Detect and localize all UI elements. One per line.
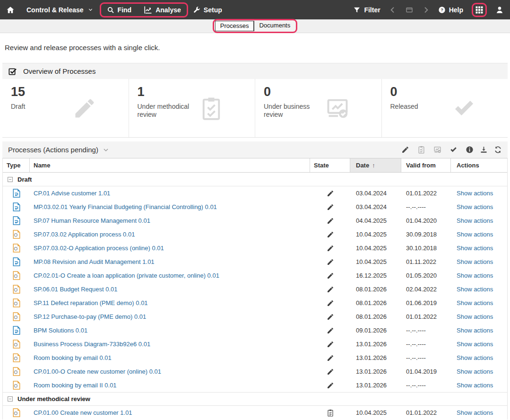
epc-diagram-icon[interactable] [12, 340, 21, 349]
column-header-actions[interactable]: Actions [451, 158, 507, 172]
bpmn-diagram-icon[interactable] [12, 257, 21, 266]
epc-diagram-icon[interactable] [12, 312, 21, 321]
user-profile-button[interactable] [495, 6, 504, 14]
epc-diagram-icon[interactable] [12, 367, 21, 376]
edit-pencil-icon[interactable] [401, 146, 409, 154]
valid-from-cell: 01.04.2020 [401, 217, 451, 224]
epc-diagram-icon[interactable] [12, 408, 21, 417]
valid-from-cell: 30.10.2018 [401, 245, 451, 252]
column-header-type[interactable]: Type [3, 158, 30, 172]
collapse-minus-icon[interactable] [7, 176, 13, 183]
actions-cell: Show actions [451, 313, 507, 320]
show-actions-link[interactable]: Show actions [457, 368, 493, 375]
name-cell: SP.07.03.02 Application process 0.01 [30, 231, 310, 238]
epc-diagram-icon[interactable] [12, 298, 21, 307]
filter-button[interactable]: Filter [353, 6, 380, 14]
bpmn-diagram-icon[interactable] [12, 189, 21, 198]
process-name-link[interactable]: Business Process Diagram-733b92e6 0.01 [34, 341, 150, 348]
tab-processes[interactable]: Processes [215, 21, 254, 31]
show-actions-link[interactable]: Show actions [457, 190, 493, 197]
process-name-link[interactable]: MP.08 Revision and Audit Management 1.01 [34, 258, 155, 265]
show-actions-link[interactable]: Show actions [457, 299, 493, 306]
show-actions-link[interactable]: Show actions [457, 327, 493, 334]
epc-diagram-icon[interactable] [12, 244, 21, 253]
sort-ascending-icon: ↑ [372, 162, 375, 169]
card-under-business-review[interactable]: 0 Under business review [255, 79, 382, 137]
process-name-link[interactable]: MP.03.02.01 Yearly Financial Budgeting (… [34, 203, 217, 210]
epc-diagram-icon[interactable] [12, 285, 21, 294]
process-name-link[interactable]: SP.07 Human Resource Management 0.01 [34, 217, 150, 224]
methodical-review-icon[interactable] [417, 146, 425, 154]
table-row: BPM Solutions 0.0109.01.2026--.--.----Sh… [3, 324, 507, 337]
name-cell: CP.01.00 Create new customer 1.01 [30, 409, 310, 416]
epc-diagram-icon[interactable] [12, 230, 21, 239]
card-draft[interactable]: 15 Draft [2, 79, 129, 137]
find-button[interactable]: Find [107, 6, 132, 14]
valid-from-cell: --.--.---- [401, 203, 451, 210]
process-name-link[interactable]: SP.11 Defect reparation (PME demo) 0.01 [34, 299, 148, 306]
collapse-minus-icon[interactable] [7, 396, 13, 402]
tab-documents[interactable]: Documents [254, 21, 295, 31]
table-toolbar [401, 146, 502, 154]
show-actions-link[interactable]: Show actions [457, 258, 493, 265]
process-name-link[interactable]: SP.12 Purchase-to-pay (PME demo) 0.01 [34, 313, 146, 320]
setup-button[interactable]: Setup [193, 6, 222, 14]
navigate-forward-button[interactable] [422, 6, 430, 14]
refresh-icon[interactable] [494, 146, 502, 154]
download-icon[interactable] [480, 146, 488, 154]
show-actions-link[interactable]: Show actions [457, 203, 493, 210]
epc-diagram-icon[interactable] [12, 353, 21, 362]
bpmn-diagram-icon[interactable] [12, 326, 21, 335]
card-released[interactable]: 0 Released [382, 79, 508, 137]
epc-diagram-icon[interactable] [12, 381, 21, 390]
info-icon[interactable] [466, 146, 474, 154]
show-actions-link[interactable]: Show actions [457, 286, 493, 293]
epc-diagram-icon[interactable] [12, 271, 21, 280]
column-header-name[interactable]: Name [30, 158, 310, 172]
show-actions-link[interactable]: Show actions [457, 409, 493, 416]
date-cell: 10.04.2025 [350, 245, 401, 252]
actions-cell: Show actions [451, 190, 507, 197]
process-name-link[interactable]: Room booking by email II 0.01 [34, 382, 117, 389]
process-name-link[interactable]: Room booking by email 0.01 [34, 354, 112, 361]
release-check-icon[interactable] [449, 146, 458, 154]
column-header-valid-from[interactable]: Valid from [401, 158, 451, 172]
column-header-date[interactable]: Date ↑ [350, 158, 401, 172]
process-name-link[interactable]: BPM Solutions 0.01 [34, 327, 87, 334]
control-release-menu[interactable]: Control & Release [26, 6, 93, 14]
show-actions-link[interactable]: Show actions [457, 313, 493, 320]
diagram-window-button[interactable] [405, 6, 414, 14]
valid-from-cell: 02.04.2022 [401, 286, 451, 293]
process-name-link[interactable]: SP.07.03.02 Application process 0.01 [34, 231, 135, 238]
valid-from-cell: 01.01.2022 [401, 313, 451, 320]
card-under-methodical-review[interactable]: 1 Under methodical review [129, 79, 256, 137]
apps-grid-button[interactable] [475, 6, 484, 14]
process-name-link[interactable]: SP.06.01 Budget Request 0.01 [34, 286, 118, 293]
card-label: Under methodical review [138, 103, 193, 119]
business-review-icon[interactable] [433, 146, 441, 154]
navigate-back-button[interactable] [389, 6, 397, 14]
bpmn-diagram-icon[interactable] [12, 202, 21, 211]
process-name-link[interactable]: CP.01 Advise customer 1.01 [34, 190, 110, 197]
show-actions-link[interactable]: Show actions [457, 382, 493, 389]
show-actions-link[interactable]: Show actions [457, 272, 493, 279]
date-cell: 10.04.2025 [350, 258, 401, 265]
process-name-link[interactable]: CP.01.00-O Create new customer (online) … [34, 368, 161, 375]
process-name-link[interactable]: CP.01.00 Create new customer 1.01 [34, 409, 132, 416]
show-actions-link[interactable]: Show actions [457, 231, 493, 238]
show-actions-link[interactable]: Show actions [457, 217, 493, 224]
show-actions-link[interactable]: Show actions [457, 341, 493, 348]
group-row[interactable]: Draft [3, 173, 507, 186]
help-button[interactable]: ? Help [438, 6, 463, 14]
process-name-link[interactable]: CP.02.01-O Create a loan application (pr… [34, 272, 219, 279]
show-actions-link[interactable]: Show actions [457, 245, 493, 252]
home-button[interactable] [6, 6, 15, 14]
bpmn-diagram-icon[interactable] [12, 216, 21, 225]
column-header-state[interactable]: State [310, 158, 350, 172]
show-actions-link[interactable]: Show actions [457, 354, 493, 361]
process-table-title[interactable]: Processes (Actions pending) [8, 146, 98, 154]
process-name-link[interactable]: SP.07.03.02-O Application process (onlin… [34, 245, 164, 252]
chevron-down-icon[interactable] [103, 147, 109, 153]
analyse-button[interactable]: Analyse [144, 6, 181, 14]
group-row[interactable]: Under methodical review [3, 392, 507, 406]
